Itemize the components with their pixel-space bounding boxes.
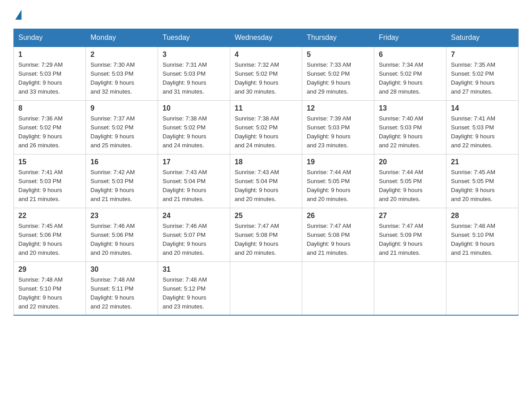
calendar-cell: 2Sunrise: 7:30 AMSunset: 5:03 PMDaylight…: [86, 47, 158, 100]
column-header-wednesday: Wednesday: [230, 29, 302, 47]
calendar-cell: 29Sunrise: 7:48 AMSunset: 5:10 PMDayligh…: [14, 261, 86, 315]
day-number: 21: [451, 158, 514, 166]
calendar-cell: 30Sunrise: 7:48 AMSunset: 5:11 PMDayligh…: [86, 261, 158, 315]
calendar-week-row: 29Sunrise: 7:48 AMSunset: 5:10 PMDayligh…: [14, 261, 519, 315]
day-info: Sunrise: 7:32 AMSunset: 5:02 PMDaylight:…: [235, 60, 297, 97]
column-header-monday: Monday: [86, 29, 158, 47]
day-number: 1: [18, 51, 81, 59]
day-number: 11: [235, 104, 297, 112]
calendar-cell: [302, 261, 374, 315]
day-number: 30: [90, 265, 153, 274]
calendar-week-row: 1Sunrise: 7:29 AMSunset: 5:03 PMDaylight…: [14, 47, 519, 100]
calendar-cell: [230, 261, 302, 315]
day-number: 13: [379, 104, 442, 112]
day-info: Sunrise: 7:47 AMSunset: 5:08 PMDaylight:…: [307, 222, 369, 258]
day-number: 5: [307, 51, 369, 59]
day-number: 8: [18, 104, 81, 112]
day-info: Sunrise: 7:38 AMSunset: 5:02 PMDaylight:…: [235, 114, 297, 150]
day-info: Sunrise: 7:31 AMSunset: 5:03 PMDaylight:…: [163, 60, 225, 97]
calendar-cell: 25Sunrise: 7:47 AMSunset: 5:08 PMDayligh…: [230, 208, 302, 261]
day-info: Sunrise: 7:42 AMSunset: 5:03 PMDaylight:…: [90, 168, 153, 204]
calendar-cell: 20Sunrise: 7:44 AMSunset: 5:05 PMDayligh…: [374, 154, 446, 208]
day-number: 2: [90, 51, 153, 59]
day-info: Sunrise: 7:29 AMSunset: 5:03 PMDaylight:…: [18, 60, 81, 97]
calendar-cell: 14Sunrise: 7:41 AMSunset: 5:03 PMDayligh…: [446, 100, 519, 154]
calendar-cell: [374, 261, 446, 315]
day-number: 4: [235, 51, 297, 59]
day-info: Sunrise: 7:45 AMSunset: 5:06 PMDaylight:…: [18, 222, 81, 258]
calendar-cell: 7Sunrise: 7:35 AMSunset: 5:02 PMDaylight…: [446, 47, 519, 100]
day-number: 6: [379, 51, 442, 59]
day-info: Sunrise: 7:38 AMSunset: 5:02 PMDaylight:…: [163, 114, 225, 150]
calendar-week-row: 22Sunrise: 7:45 AMSunset: 5:06 PMDayligh…: [14, 208, 519, 261]
day-info: Sunrise: 7:44 AMSunset: 5:05 PMDaylight:…: [307, 168, 369, 204]
day-info: Sunrise: 7:40 AMSunset: 5:03 PMDaylight:…: [379, 114, 442, 150]
day-number: 15: [18, 158, 81, 166]
day-info: Sunrise: 7:37 AMSunset: 5:02 PMDaylight:…: [90, 114, 153, 150]
day-number: 9: [90, 104, 153, 112]
day-number: 25: [235, 212, 297, 220]
calendar-cell: 4Sunrise: 7:32 AMSunset: 5:02 PMDaylight…: [230, 47, 302, 100]
day-number: 24: [163, 212, 225, 220]
calendar-cell: [446, 261, 519, 315]
day-number: 20: [379, 158, 442, 166]
day-info: Sunrise: 7:41 AMSunset: 5:03 PMDaylight:…: [18, 168, 81, 204]
calendar-header-row: SundayMondayTuesdayWednesdayThursdayFrid…: [14, 29, 519, 47]
day-info: Sunrise: 7:34 AMSunset: 5:02 PMDaylight:…: [379, 60, 442, 97]
calendar-table: SundayMondayTuesdayWednesdayThursdayFrid…: [13, 29, 519, 316]
day-info: Sunrise: 7:44 AMSunset: 5:05 PMDaylight:…: [379, 168, 442, 204]
logo: [13, 9, 22, 20]
calendar-cell: 17Sunrise: 7:43 AMSunset: 5:04 PMDayligh…: [158, 154, 230, 208]
day-info: Sunrise: 7:46 AMSunset: 5:07 PMDaylight:…: [163, 222, 225, 258]
calendar-cell: 10Sunrise: 7:38 AMSunset: 5:02 PMDayligh…: [158, 100, 230, 154]
day-number: 17: [163, 158, 225, 166]
calendar-cell: 9Sunrise: 7:37 AMSunset: 5:02 PMDaylight…: [86, 100, 158, 154]
day-number: 19: [307, 158, 369, 166]
day-info: Sunrise: 7:48 AMSunset: 5:10 PMDaylight:…: [18, 275, 81, 312]
day-info: Sunrise: 7:35 AMSunset: 5:02 PMDaylight:…: [451, 60, 514, 97]
day-number: 23: [90, 212, 153, 220]
column-header-thursday: Thursday: [302, 29, 374, 47]
calendar-week-row: 8Sunrise: 7:36 AMSunset: 5:02 PMDaylight…: [14, 100, 519, 154]
day-info: Sunrise: 7:43 AMSunset: 5:04 PMDaylight:…: [235, 168, 297, 204]
calendar-cell: 12Sunrise: 7:39 AMSunset: 5:03 PMDayligh…: [302, 100, 374, 154]
calendar-cell: 11Sunrise: 7:38 AMSunset: 5:02 PMDayligh…: [230, 100, 302, 154]
day-number: 12: [307, 104, 369, 112]
day-number: 31: [163, 265, 225, 274]
day-info: Sunrise: 7:45 AMSunset: 5:05 PMDaylight:…: [451, 168, 514, 204]
calendar-cell: 27Sunrise: 7:47 AMSunset: 5:09 PMDayligh…: [374, 208, 446, 261]
day-info: Sunrise: 7:30 AMSunset: 5:03 PMDaylight:…: [90, 60, 153, 97]
calendar-cell: 5Sunrise: 7:33 AMSunset: 5:02 PMDaylight…: [302, 47, 374, 100]
calendar-cell: 1Sunrise: 7:29 AMSunset: 5:03 PMDaylight…: [14, 47, 86, 100]
calendar-cell: 21Sunrise: 7:45 AMSunset: 5:05 PMDayligh…: [446, 154, 519, 208]
day-info: Sunrise: 7:48 AMSunset: 5:12 PMDaylight:…: [163, 275, 225, 312]
day-number: 3: [163, 51, 225, 59]
day-info: Sunrise: 7:47 AMSunset: 5:08 PMDaylight:…: [235, 222, 297, 258]
calendar-cell: 24Sunrise: 7:46 AMSunset: 5:07 PMDayligh…: [158, 208, 230, 261]
page-header: [13, 9, 519, 20]
calendar-cell: 18Sunrise: 7:43 AMSunset: 5:04 PMDayligh…: [230, 154, 302, 208]
day-info: Sunrise: 7:48 AMSunset: 5:11 PMDaylight:…: [90, 275, 153, 312]
day-number: 14: [451, 104, 514, 112]
calendar-cell: 22Sunrise: 7:45 AMSunset: 5:06 PMDayligh…: [14, 208, 86, 261]
calendar-cell: 26Sunrise: 7:47 AMSunset: 5:08 PMDayligh…: [302, 208, 374, 261]
day-info: Sunrise: 7:36 AMSunset: 5:02 PMDaylight:…: [18, 114, 81, 150]
day-number: 16: [90, 158, 153, 166]
calendar-cell: 8Sunrise: 7:36 AMSunset: 5:02 PMDaylight…: [14, 100, 86, 154]
day-number: 26: [307, 212, 369, 220]
calendar-cell: 19Sunrise: 7:44 AMSunset: 5:05 PMDayligh…: [302, 154, 374, 208]
logo-triangle-icon: [15, 10, 21, 20]
calendar-cell: 16Sunrise: 7:42 AMSunset: 5:03 PMDayligh…: [86, 154, 158, 208]
column-header-saturday: Saturday: [446, 29, 519, 47]
day-info: Sunrise: 7:33 AMSunset: 5:02 PMDaylight:…: [307, 60, 369, 97]
column-header-friday: Friday: [374, 29, 446, 47]
day-number: 7: [451, 51, 514, 59]
calendar-cell: 28Sunrise: 7:48 AMSunset: 5:10 PMDayligh…: [446, 208, 519, 261]
day-number: 28: [451, 212, 514, 220]
day-number: 10: [163, 104, 225, 112]
column-header-tuesday: Tuesday: [158, 29, 230, 47]
calendar-cell: 3Sunrise: 7:31 AMSunset: 5:03 PMDaylight…: [158, 47, 230, 100]
calendar-cell: 6Sunrise: 7:34 AMSunset: 5:02 PMDaylight…: [374, 47, 446, 100]
day-number: 29: [18, 265, 81, 274]
day-number: 27: [379, 212, 442, 220]
